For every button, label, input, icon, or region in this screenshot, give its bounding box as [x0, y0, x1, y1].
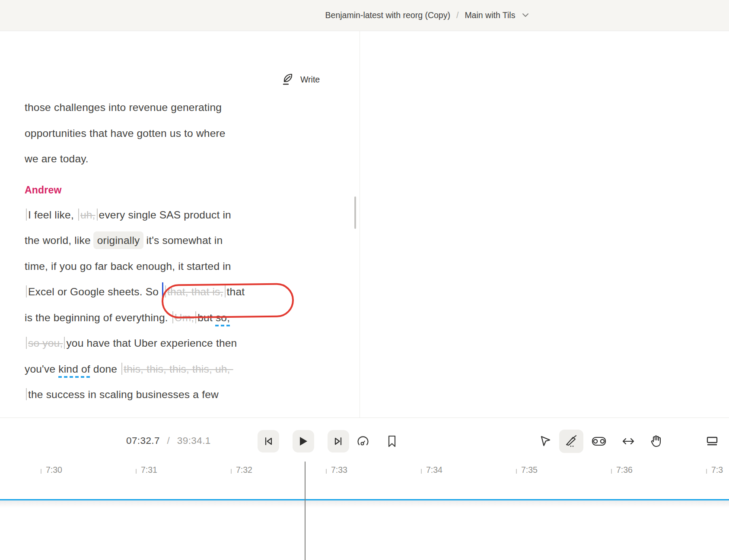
play-button[interactable]: [293, 430, 314, 452]
transcript-word[interactable]: you've: [25, 363, 58, 375]
write-button[interactable]: Write: [282, 73, 320, 86]
track-layout-icon: [706, 436, 718, 447]
add-marker-button[interactable]: [382, 432, 401, 451]
highlighted-word[interactable]: originally: [93, 231, 144, 249]
transcript-line[interactable]: is the beginning of everything. Um,but s…: [25, 305, 331, 331]
deleted-word[interactable]: that, that is,: [167, 286, 223, 297]
ruler-tick-label: 7:35: [521, 465, 538, 475]
project-title: Benjamin-latest with reorg (Copy): [325, 10, 450, 20]
transcript-word[interactable]: it's somewhat in: [143, 234, 223, 246]
text-caret: [162, 282, 163, 299]
deleted-word[interactable]: this, this, this, this, uh,: [124, 363, 233, 375]
track-layout-button[interactable]: [703, 432, 722, 451]
header-bar: Benjamin-latest with reorg (Copy) / Main…: [0, 0, 729, 31]
transcript-line[interactable]: the world, like originally it's somewhat…: [25, 228, 331, 253]
word-boundary-marker: [26, 388, 27, 400]
word-boundary-marker: [225, 285, 226, 297]
word-boundary-marker: [172, 311, 173, 323]
transcript-word[interactable]: the world, like: [25, 234, 94, 246]
ruler-tick: [136, 469, 137, 474]
speaker-label[interactable]: Andrew: [25, 181, 331, 199]
transcript-line[interactable]: I feel like, uh,every single SAS product…: [25, 202, 331, 228]
transcript-word[interactable]: is the beginning of everything.: [25, 312, 171, 323]
transcript-word[interactable]: I feel like,: [28, 209, 77, 221]
playhead[interactable]: [305, 462, 306, 560]
word-boundary-marker: [26, 337, 27, 349]
transcript-line[interactable]: Excel or Google sheets. So that, that is…: [25, 279, 331, 305]
ruler-tick: [231, 469, 232, 474]
transcript-text: those challenges into revenue generating…: [25, 95, 331, 408]
transcript-word[interactable]: Excel or Google sheets. So: [28, 286, 162, 297]
transcript-line[interactable]: opportunities that have gotten us to whe…: [25, 120, 331, 146]
ruler-tick-label: 7:36: [616, 465, 633, 475]
word-boundary-marker: [97, 209, 98, 221]
write-label: Write: [300, 75, 320, 85]
transcript-line[interactable]: the success in scaling businesses a few: [25, 382, 331, 408]
word-boundary-marker: [26, 209, 27, 221]
deleted-word[interactable]: Um,: [175, 312, 194, 323]
transcript-line[interactable]: so you,you have that Uber experience the…: [25, 330, 331, 356]
hand-tool-button[interactable]: [646, 432, 665, 451]
playback-speed-button[interactable]: [353, 432, 372, 451]
deleted-word[interactable]: uh,: [80, 209, 96, 221]
skip-forward-icon: [333, 436, 344, 447]
ruler-tick-label: 7:30: [46, 465, 62, 475]
transcript-word[interactable]: time, if you go far back enough, it star…: [25, 260, 231, 272]
transcript-word[interactable]: you have that Uber experience then: [66, 337, 237, 349]
transcript-line[interactable]: you've kind of done this, this, this, th…: [25, 356, 331, 382]
ruler-tick-label: 7:31: [141, 465, 157, 475]
timeline-ruler[interactable]: 7:307:317:327:337:347:357:367:3: [0, 462, 729, 500]
transcript-word[interactable]: the success in scaling businesses a few: [28, 389, 219, 400]
transcript-line[interactable]: time, if you go far back enough, it star…: [25, 253, 331, 279]
chevron-down-icon[interactable]: [522, 13, 529, 18]
ruler-tick: [41, 469, 41, 474]
word-boundary-marker: [121, 363, 122, 375]
ruler-tick-label: 7:32: [236, 465, 252, 475]
ruler-tick-label: 7:34: [426, 465, 442, 475]
transcript-word[interactable]: done: [90, 363, 120, 375]
gauge-icon: [356, 434, 370, 448]
ruler-tick-label: 7:3: [711, 465, 723, 475]
breadcrumb-separator: /: [456, 10, 458, 20]
select-tool-button[interactable]: [536, 432, 555, 451]
transcript-word[interactable]: every single SAS product in: [99, 209, 231, 221]
descript-editor-window: Benjamin-latest with reorg (Copy) / Main…: [0, 0, 729, 560]
transcript-line[interactable]: those challenges into revenue generating: [25, 95, 331, 120]
timeline-track-shadow: [0, 500, 729, 508]
composition-title[interactable]: Main with Tils: [465, 10, 515, 20]
cursor-icon: [539, 435, 551, 447]
pen-icon: [565, 435, 578, 448]
clip-range-icon: [592, 436, 606, 446]
word-boundary-marker: [64, 337, 65, 349]
clip-range-button[interactable]: [589, 432, 608, 451]
transcript-line[interactable]: we are today.: [25, 146, 331, 172]
corrected-word[interactable]: so,: [216, 312, 230, 323]
skip-back-button[interactable]: [258, 430, 279, 452]
correct-tool-button[interactable]: [559, 430, 583, 453]
word-boundary-marker: [78, 209, 79, 221]
transcript-word[interactable]: that: [227, 286, 245, 297]
video-panel: [360, 31, 729, 418]
arrows-horizontal-icon: [622, 437, 635, 445]
transcript-scrollbar[interactable]: [354, 196, 356, 229]
timeline-divider: [0, 418, 729, 418]
ruler-tick: [326, 469, 327, 474]
deleted-word[interactable]: so you,: [28, 337, 63, 349]
quill-icon: [282, 73, 295, 86]
transcript-paragraph: I feel like, uh,every single SAS product…: [25, 202, 331, 408]
trim-tool-button[interactable]: [619, 432, 638, 451]
skip-forward-button[interactable]: [328, 430, 349, 452]
transcript-paragraph: those challenges into revenue generating…: [25, 95, 331, 172]
ruler-tick: [516, 469, 517, 474]
word-boundary-marker: [195, 311, 196, 323]
word-boundary-marker: [26, 285, 27, 297]
ruler-tick: [706, 469, 707, 474]
transcript-word[interactable]: but: [197, 312, 216, 323]
timecode-display: 07:32.7 / 39:34.1: [126, 435, 211, 446]
time-separator: /: [167, 435, 170, 446]
corrected-word[interactable]: kind of: [58, 363, 90, 375]
play-icon: [298, 436, 309, 447]
transcript-panel: Write those challenges into revenue gene…: [0, 31, 360, 418]
breadcrumb: Benjamin-latest with reorg (Copy) / Main…: [325, 10, 529, 20]
total-time: 39:34.1: [177, 435, 211, 446]
